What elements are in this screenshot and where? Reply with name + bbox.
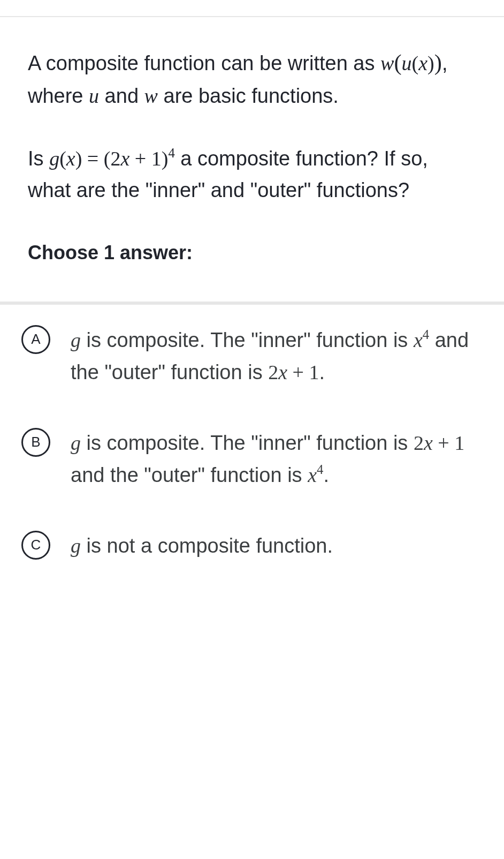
- c-g: g: [71, 534, 81, 557]
- a-x: x: [414, 329, 423, 351]
- b-plus: +: [433, 432, 454, 454]
- a-t2: is composite. The "inner" function is: [81, 329, 414, 351]
- prompt-text-1: A composite function can be written as: [28, 52, 380, 74]
- answer-option-c[interactable]: C g is not a composite function.: [0, 510, 504, 581]
- a-plus: +: [287, 361, 309, 383]
- prompt-text-3: and: [99, 85, 144, 107]
- prompt-paragraph: A composite function can be written as w…: [28, 45, 476, 112]
- answer-b-text: g is composite. The "inner" function is …: [71, 427, 483, 491]
- a-1: 1: [309, 361, 319, 383]
- radio-c[interactable]: C: [21, 531, 50, 560]
- math-w2: w: [144, 85, 158, 107]
- q-close2: ): [162, 147, 169, 170]
- a-t6: .: [319, 361, 325, 383]
- b-t2: is composite. The "inner" function is: [81, 432, 414, 454]
- math-u2: u: [89, 85, 99, 107]
- b-x: x: [424, 432, 433, 454]
- answer-c-text: g is not a composite function.: [71, 530, 483, 562]
- q-text-1: Is: [28, 147, 49, 170]
- a-g: g: [71, 329, 81, 351]
- math-paren-open: (: [394, 50, 401, 75]
- a-x2: x: [278, 361, 287, 383]
- math-x: x: [418, 52, 427, 74]
- math-u: u: [402, 52, 412, 74]
- q-g: g: [49, 147, 59, 170]
- q-exp: 4: [168, 146, 174, 160]
- q-open2: (: [104, 147, 111, 170]
- radio-b-letter: B: [31, 434, 40, 450]
- b-t6: .: [323, 464, 329, 486]
- choose-answer-label: Choose 1 answer:: [28, 242, 476, 264]
- b-1: 1: [454, 432, 464, 454]
- a-2: 2: [268, 361, 278, 383]
- math-paren-close2: ): [427, 52, 434, 74]
- c-t2: is not a composite function.: [81, 534, 333, 557]
- b-2: 2: [414, 432, 424, 454]
- question-paragraph: Is g(x) = (2x + 1)4 a composite function…: [28, 143, 476, 206]
- b-t4: and the "outer" function is: [71, 464, 308, 486]
- q-eq: =: [82, 147, 103, 170]
- q-1: 1: [151, 147, 162, 170]
- a-exp: 4: [423, 327, 429, 342]
- b-exp: 4: [317, 462, 323, 477]
- radio-b[interactable]: B: [21, 428, 50, 457]
- answer-a-text: g is composite. The "inner" function is …: [71, 324, 483, 388]
- math-w: w: [380, 52, 394, 74]
- q-x: x: [66, 147, 75, 170]
- answer-option-b[interactable]: B g is composite. The "inner" function i…: [0, 408, 504, 510]
- q-open: (: [59, 147, 66, 170]
- prompt-text-4: are basic functions.: [158, 85, 339, 107]
- answer-option-a[interactable]: A g is composite. The "inner" function i…: [0, 305, 504, 408]
- math-paren-open2: (: [412, 52, 419, 74]
- q-plus: +: [129, 147, 151, 170]
- question-content: A composite function can be written as w…: [0, 17, 504, 302]
- math-paren-close: ): [434, 50, 442, 75]
- radio-c-letter: C: [31, 537, 41, 553]
- radio-a-letter: A: [31, 331, 40, 348]
- b-g: g: [71, 432, 81, 454]
- radio-a[interactable]: A: [21, 325, 50, 354]
- answers-list: A g is composite. The "inner" function i…: [0, 305, 504, 581]
- q-close: ): [75, 147, 82, 170]
- q-2: 2: [110, 147, 120, 170]
- q-xvar: x: [120, 147, 129, 170]
- b-x2: x: [308, 464, 317, 486]
